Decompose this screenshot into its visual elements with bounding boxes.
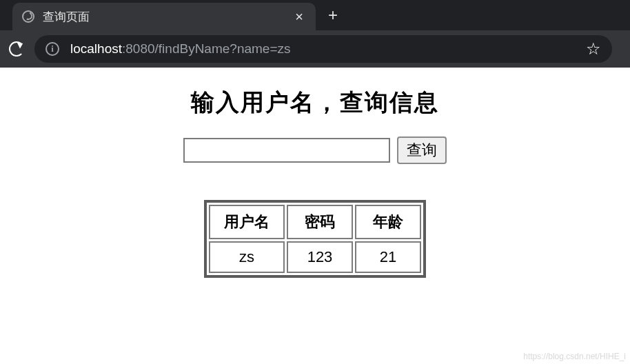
site-info-icon[interactable]: i — [45, 42, 59, 56]
browser-chrome: 查询页面 × + i localhost:8080/findByName?nam… — [0, 0, 630, 68]
address-bar[interactable]: i localhost:8080/findByName?name=zs ☆ — [34, 35, 612, 63]
page-content: 输入用户名，查询信息 查询 用户名 密码 年龄 zs 123 21 — [0, 68, 630, 278]
result-table: 用户名 密码 年龄 zs 123 21 — [204, 200, 426, 278]
col-username: 用户名 — [209, 205, 285, 239]
globe-icon — [22, 10, 34, 23]
table-row: zs 123 21 — [209, 241, 421, 273]
watermark: https://blog.csdn.net/HIHE_i — [523, 352, 626, 361]
col-password: 密码 — [287, 205, 353, 239]
cell-username: zs — [209, 241, 285, 273]
search-button[interactable]: 查询 — [397, 136, 447, 164]
url-host: localhost — [70, 41, 122, 56]
reload-icon[interactable] — [8, 41, 25, 57]
username-input[interactable] — [183, 138, 390, 163]
bookmark-star-icon[interactable]: ☆ — [586, 39, 601, 59]
result-table-wrap: 用户名 密码 年龄 zs 123 21 — [0, 200, 630, 278]
tab-title: 查询页面 — [43, 9, 292, 25]
page-title: 输入用户名，查询信息 — [0, 87, 630, 119]
url-path: :8080/findByName?name=zs — [122, 41, 291, 56]
table-header-row: 用户名 密码 年龄 — [209, 205, 421, 239]
cell-age: 21 — [355, 241, 421, 273]
col-age: 年龄 — [355, 205, 421, 239]
new-tab-button[interactable]: + — [328, 7, 338, 23]
address-bar-row: i localhost:8080/findByName?name=zs ☆ — [0, 30, 630, 68]
tab-bar: 查询页面 × + — [0, 0, 630, 30]
cell-password: 123 — [287, 241, 353, 273]
search-form: 查询 — [0, 136, 630, 164]
browser-tab[interactable]: 查询页面 × — [12, 3, 316, 30]
url-text: localhost:8080/findByName?name=zs — [70, 41, 291, 57]
close-icon[interactable]: × — [292, 9, 306, 25]
